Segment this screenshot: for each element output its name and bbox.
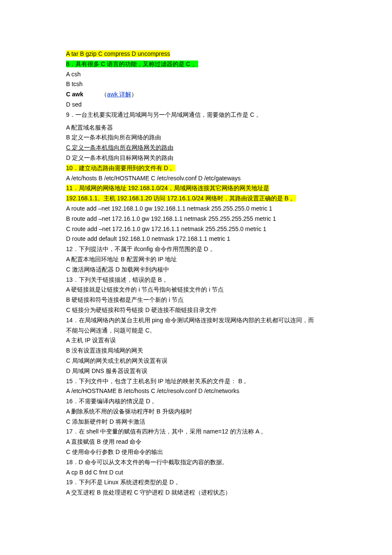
question-line: 18．D 命令可以从文本文件的每一行中截取指定内容的数据。 xyxy=(66,457,326,468)
question-line: 14．在局域网络内的某台主机用 ping 命令测试网络连接时发现网络内部的主机都… xyxy=(66,315,326,326)
option-line: C 链接分为硬链接和符号链接 D 硬连接不能链接目录文件 xyxy=(66,305,326,315)
question-line: 192.168.1.1。主机 192.168.1.20 访问 172.16.1.… xyxy=(66,194,326,204)
question-line: 8．具有很多 C 语言的功能，又称过滤器的是 C 。 xyxy=(66,59,326,69)
option-line: D 局域网 DNS 服务器设置有误 xyxy=(66,366,326,376)
option-line: A 硬链接就是让链接文件的 i 节点号指向被链接文件的 i 节点 xyxy=(66,285,326,295)
option-line: A 配置域名服务器 xyxy=(66,123,326,133)
question-line: 9．一台主机要实现通过局域网与另一个局域网通信，需要做的工作是 C 。 xyxy=(66,110,326,120)
option-line: B 硬链接和符号连接都是产生一个新的 i 节点 xyxy=(66,295,326,305)
highlight-text: 8．具有很多 C 语言的功能，又称过滤器的是 C 。 xyxy=(66,61,198,67)
question-line: 17．在 shell 中变量的赋值有四种方法，其中，采用 name=12 的方法… xyxy=(66,427,326,437)
option-line: D route add default 192.168.1.0 netmask … xyxy=(66,234,326,244)
option-line: C 添加新硬件时 D 将网卡激活 xyxy=(66,417,326,427)
option-line: C 定义一条本机指向所在网络网关的路由 xyxy=(66,143,326,153)
question-line: 12．下列提法中，不属于 ifconfig 命令作用范围的是 D 。 xyxy=(66,244,326,254)
option-line: C awk （awk 详解） xyxy=(66,90,326,100)
option-line: C 激活网络适配器 D 加载网卡到内核中 xyxy=(66,265,326,275)
option-line: A /etc/hosts B /etc/HOSTNAME C /etc/reso… xyxy=(66,173,326,184)
question-line: 15．下列文件中，包含了主机名到 IP 地址的映射关系的文件是： B 。 xyxy=(66,376,326,387)
option-line: B 没有设置连接局域网的网关 xyxy=(66,346,326,356)
option-line: A /etc/HOSTNAME B /etc/hosts C /etc/reso… xyxy=(66,386,326,396)
option-label-bold: C awk xyxy=(66,91,83,98)
option-line: A 交互进程 B 批处理进程 C 守护进程 D 就绪进程（进程状态） xyxy=(66,488,326,498)
question-line: 不能与公网连通，问题可能是 C。 xyxy=(66,326,326,336)
highlight-text: A tar B gzip C compress D uncompress xyxy=(66,50,170,57)
option-line: B route add –net 172.16.1.0 gw 192.168.1… xyxy=(66,214,326,224)
question-line: 16．不需要编译内核的情况是 D 。 xyxy=(66,396,326,407)
option-line: C 使用命令行参数 D 使用命令的输出 xyxy=(66,447,326,457)
answer-line: A tar B gzip C compress D uncompress xyxy=(66,49,326,59)
option-line: A 主机 IP 设置有误 xyxy=(66,335,326,346)
question-line: 13．下列关于链接描述，错误的是 B 。 xyxy=(66,275,326,285)
question-line: 10．建立动态路由需要用到的文件有 D 。 xyxy=(66,163,326,173)
option-line: B tcsh xyxy=(66,79,326,90)
document-page: A tar B gzip C compress D uncompress 8．具… xyxy=(0,0,392,555)
option-line: D sed xyxy=(66,100,326,110)
paren-close: ） xyxy=(131,91,137,98)
question-line: 11．局域网的网络地址 192.168.1.0/24，局域网络连接其它网络的网关… xyxy=(66,183,326,194)
highlight-text: 192.168.1.1。主机 192.168.1.20 访问 172.16.1.… xyxy=(66,195,296,202)
paren-group: （awk 详解） xyxy=(101,91,137,98)
option-line: C 局域网的网关或主机的网关设置有误 xyxy=(66,356,326,366)
highlight-text: 11．局域网的网络地址 192.168.1.0/24，局域网络连接其它网络的网关… xyxy=(66,185,269,191)
paren-open: （ xyxy=(101,91,107,98)
option-line: A csh xyxy=(66,69,326,80)
option-line: D 定义一条本机指向目标网络网关的路由 xyxy=(66,153,326,163)
option-line: B 定义一条本机指向所在网络的路由 xyxy=(66,133,326,143)
underlined-text: C 定义一条本机指向所在网络网关的路由 xyxy=(66,144,173,151)
option-line: A cp B dd C fmt D cut xyxy=(66,468,326,478)
option-line: A 删除系统不用的设备驱动程序时 B 升级内核时 xyxy=(66,407,326,417)
option-line: A 直接赋值 B 使用 read 命令 xyxy=(66,437,326,447)
question-line: 19．下列不是 Linux 系统进程类型的是 D 。 xyxy=(66,477,326,488)
awk-detail-link[interactable]: awk 详解 xyxy=(107,91,131,98)
option-line: A route add –net 192.168.1.0 gw 192.168.… xyxy=(66,204,326,214)
highlight-text: 10．建立动态路由需要用到的文件有 D 。 xyxy=(66,165,176,171)
option-line: A 配置本地回环地址 B 配置网卡的 IP 地址 xyxy=(66,254,326,265)
option-line: C route add –net 172.16.1.0 gw 172.16.1.… xyxy=(66,224,326,234)
